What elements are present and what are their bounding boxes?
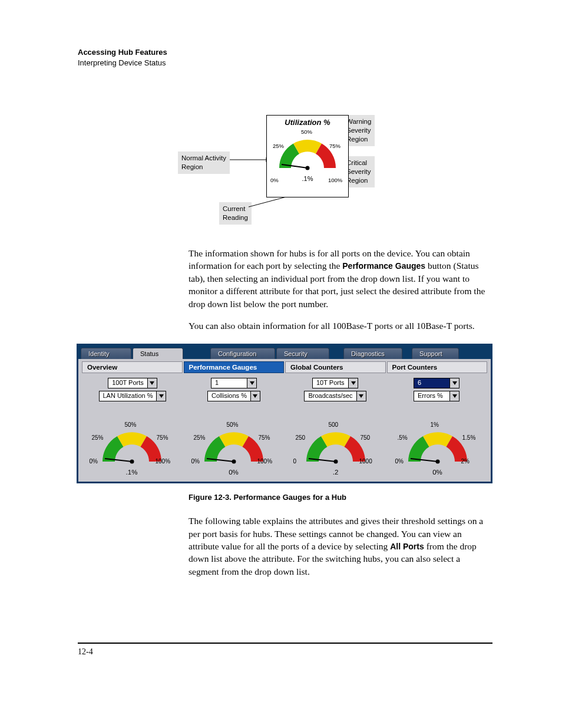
dropdown-row: 100T PortsLAN Utilization %1Collisions %…: [82, 378, 487, 401]
subtab-global-counters[interactable]: Global Counters: [285, 361, 386, 373]
svg-marker-17: [452, 394, 457, 398]
mini-gauge: 02505007501000.2: [289, 421, 383, 476]
tick-75: 75%: [329, 143, 340, 149]
svg-marker-10: [150, 381, 154, 385]
tick-50: 50%: [301, 129, 312, 135]
chevron-down-icon[interactable]: [247, 378, 256, 388]
footer-rule: [78, 643, 492, 644]
svg-marker-15: [359, 394, 363, 398]
tab-diagnostics[interactable]: Diagnostics: [343, 348, 402, 359]
dropdown[interactable]: 6: [414, 378, 459, 388]
tab-configuration[interactable]: Configuration: [210, 348, 275, 359]
control-column: 10T PortsBroadcasts/sec: [285, 378, 386, 401]
dropdown-value: 10T Ports: [313, 378, 348, 388]
dropdown-value: 100T Ports: [108, 378, 147, 388]
callout-current: Current Reading: [219, 202, 252, 225]
dropdown-value: 6: [414, 378, 449, 388]
chevron-down-icon[interactable]: [449, 391, 459, 401]
subtab-performance-gauges[interactable]: Performance Gauges: [184, 361, 285, 373]
chevron-down-icon[interactable]: [250, 391, 260, 401]
gauge-title: Utilization %: [267, 118, 348, 127]
tick-0: 0%: [270, 177, 279, 183]
chevron-down-icon[interactable]: [147, 378, 157, 388]
subtab-port-counters[interactable]: Port Counters: [387, 361, 488, 373]
subtab-overview[interactable]: Overview: [82, 361, 183, 373]
mini-gauge: 0%25%50%75%100%.1%: [85, 421, 179, 476]
figure-caption: Figure 12-3. Performance Gauges for a Hu…: [189, 493, 492, 502]
dropdown[interactable]: Errors %: [414, 391, 459, 401]
control-column: 100T PortsLAN Utilization %: [82, 378, 183, 401]
dropdown[interactable]: 1: [211, 378, 257, 388]
svg-point-21: [232, 460, 236, 464]
page-number: 12-4: [78, 647, 492, 657]
header-title: Accessing Hub Features: [78, 47, 492, 58]
gauge-frame: Utilization % 0% 25% 50% 75% 100% .1%: [266, 115, 349, 197]
dropdown[interactable]: Broadcasts/sec: [304, 391, 366, 401]
svg-point-19: [130, 460, 134, 464]
tab-status[interactable]: Status: [133, 348, 183, 359]
mini-gauge: 0%.5%1%1.5%2%0%: [391, 421, 485, 476]
paragraph-2: You can also obtain information for all …: [189, 319, 492, 332]
svg-marker-11: [159, 394, 164, 398]
tab-identity[interactable]: Identity: [81, 348, 131, 359]
svg-marker-12: [250, 381, 254, 385]
gauges-row: 0%25%50%75%100%.1%0%25%50%75%100%0%02505…: [78, 407, 491, 482]
primary-tabs: Identity Status Configuration Security D…: [78, 345, 491, 359]
dropdown-value: LAN Utilization %: [100, 391, 157, 401]
gauge-reading: .2: [289, 469, 383, 476]
dropdown-value: 1: [211, 378, 247, 388]
chevron-down-icon[interactable]: [356, 391, 366, 401]
dropdown[interactable]: LAN Utilization %: [99, 391, 167, 401]
callout-normal: Normal Activity Region: [178, 151, 230, 174]
tick-100: 100%: [328, 177, 342, 183]
dropdown-value: Collisions %: [208, 391, 250, 401]
tab-support[interactable]: Support: [412, 348, 459, 359]
mini-gauge: 0%25%50%75%100%0%: [187, 421, 281, 476]
tick-25: 25%: [273, 143, 284, 149]
dropdown[interactable]: Collisions %: [207, 391, 260, 401]
paragraph-3: The following table explains the attribu…: [189, 515, 492, 578]
dropdown[interactable]: 10T Ports: [312, 378, 358, 388]
gauge-reading: 0%: [391, 469, 485, 476]
paragraph-1: The information shown for hubs is for al…: [189, 247, 492, 310]
dropdown-value: Broadcasts/sec: [305, 391, 356, 401]
svg-point-23: [333, 460, 338, 464]
svg-point-9: [306, 166, 310, 170]
secondary-tabs: Overview Performance Gauges Global Count…: [82, 361, 487, 373]
gauge-reading: 0%: [187, 469, 281, 476]
svg-point-25: [435, 460, 439, 464]
performance-gauges-screenshot: Identity Status Configuration Security D…: [77, 344, 492, 483]
chevron-down-icon[interactable]: [348, 378, 358, 388]
svg-marker-13: [253, 394, 257, 398]
chevron-down-icon[interactable]: [449, 378, 459, 388]
dropdown-value: Errors %: [414, 391, 449, 401]
svg-marker-16: [452, 381, 457, 385]
dropdown[interactable]: 100T Ports: [108, 378, 157, 388]
chevron-down-icon[interactable]: [156, 391, 166, 401]
tab-security[interactable]: Security: [276, 348, 329, 359]
svg-marker-14: [351, 381, 356, 385]
gauge-reading: .1%: [85, 469, 179, 476]
page-header: Accessing Hub Features Interpreting Devi…: [78, 47, 492, 68]
annotated-gauge-figure: Normal Activity Region Warning Severity …: [178, 115, 461, 233]
control-column: 1Collisions %: [183, 378, 285, 401]
control-column: 6Errors %: [386, 378, 487, 401]
header-subtitle: Interpreting Device Status: [78, 58, 492, 68]
